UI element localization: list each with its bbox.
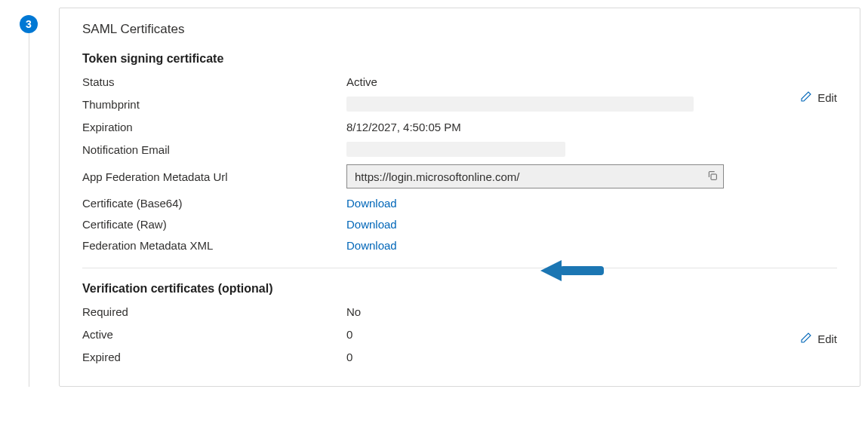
status-value: Active bbox=[346, 75, 837, 88]
row-notification-email: Notification Email bbox=[82, 138, 837, 161]
thumbprint-redacted bbox=[346, 97, 694, 112]
metadata-url-label: App Federation Metadata Url bbox=[82, 170, 346, 183]
saml-certificates-card: SAML Certificates Edit Token signing cer… bbox=[59, 8, 860, 387]
card-title: SAML Certificates bbox=[82, 22, 837, 37]
pencil-icon bbox=[799, 90, 813, 106]
active-value: 0 bbox=[346, 328, 837, 341]
edit-verification-button[interactable]: Edit bbox=[799, 331, 837, 347]
row-cert-raw: Certificate (Raw) Download bbox=[82, 213, 837, 234]
download-federation-xml-link[interactable]: Download bbox=[346, 239, 397, 252]
active-label: Active bbox=[82, 328, 346, 341]
row-federation-xml: Federation Metadata XML Download bbox=[82, 234, 837, 256]
row-cert-base64: Certificate (Base64) Download bbox=[82, 192, 837, 213]
expiration-value: 8/12/2027, 4:50:05 PM bbox=[346, 121, 837, 133]
cert-raw-label: Certificate (Raw) bbox=[82, 218, 346, 231]
notification-email-redacted bbox=[346, 142, 565, 157]
status-label: Status bbox=[82, 75, 346, 88]
metadata-url-text: https://login.microsoftonline.com/ bbox=[355, 170, 706, 183]
required-label: Required bbox=[82, 305, 346, 318]
row-active: Active 0 bbox=[82, 323, 837, 345]
download-cert-raw-link[interactable]: Download bbox=[346, 218, 397, 231]
token-signing-heading: Token signing certificate bbox=[82, 52, 837, 66]
svg-rect-0 bbox=[711, 174, 716, 179]
row-status: Status Active bbox=[82, 70, 837, 93]
copy-icon bbox=[706, 170, 719, 184]
row-expired: Expired 0 bbox=[82, 345, 837, 368]
expired-value: 0 bbox=[346, 351, 837, 363]
step-vertical-line bbox=[29, 33, 29, 387]
row-expiration: Expiration 8/12/2027, 4:50:05 PM bbox=[82, 115, 837, 138]
step-number: 3 bbox=[26, 18, 32, 30]
thumbprint-label: Thumbprint bbox=[82, 98, 346, 111]
expiration-label: Expiration bbox=[82, 121, 346, 133]
svg-marker-2 bbox=[540, 260, 562, 281]
notification-email-label: Notification Email bbox=[82, 143, 346, 156]
edit-label: Edit bbox=[817, 332, 837, 345]
section-divider bbox=[82, 268, 837, 268]
row-metadata-url: App Federation Metadata Url https://logi… bbox=[82, 161, 837, 192]
expired-label: Expired bbox=[82, 351, 346, 363]
row-thumbprint: Thumbprint bbox=[82, 93, 837, 115]
cert-base64-label: Certificate (Base64) bbox=[82, 197, 346, 210]
verification-heading: Verification certificates (optional) bbox=[82, 282, 837, 296]
federation-xml-label: Federation Metadata XML bbox=[82, 239, 346, 252]
edit-token-signing-button[interactable]: Edit bbox=[799, 90, 837, 106]
pencil-icon bbox=[799, 331, 813, 347]
row-required: Required No bbox=[82, 300, 837, 323]
copy-url-button[interactable] bbox=[706, 170, 719, 184]
step-number-badge: 3 bbox=[20, 15, 38, 33]
metadata-url-field[interactable]: https://login.microsoftonline.com/ bbox=[346, 164, 724, 188]
download-cert-base64-link[interactable]: Download bbox=[346, 197, 397, 210]
edit-label: Edit bbox=[817, 91, 837, 104]
required-value: No bbox=[346, 305, 837, 318]
